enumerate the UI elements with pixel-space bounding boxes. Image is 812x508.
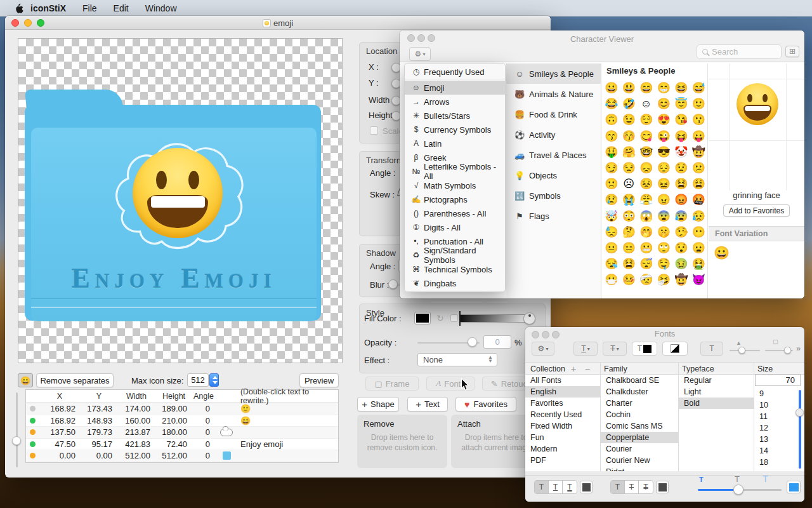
menu-item[interactable]: ✍ Pictographs: [405, 192, 505, 206]
col-angle[interactable]: Angle: [192, 390, 215, 403]
strikethrough-segment[interactable]: T T T: [610, 480, 653, 494]
emoji-grid-cell[interactable]: 🙃: [603, 112, 620, 128]
shadow-toggle-button[interactable]: T: [700, 342, 723, 356]
size-item[interactable]: 9: [754, 388, 796, 399]
family-item[interactable]: Cochin: [601, 409, 678, 420]
table-row[interactable]: 0.00 0.00 512.00 512.00 0: [26, 450, 338, 462]
double-underline-icon[interactable]: T: [563, 481, 577, 493]
emoji-grid-cell[interactable]: 😥: [690, 208, 708, 224]
col-width[interactable]: Width: [117, 390, 155, 403]
emoji-grid-cell[interactable]: 😤: [638, 192, 655, 208]
collection-item[interactable]: Modern: [525, 443, 600, 455]
emoji-grid-cell[interactable]: 🤯: [603, 208, 620, 224]
opacity-knob[interactable]: [468, 337, 477, 347]
emoji-grid-cell[interactable]: 🤢: [672, 256, 690, 272]
emoji-grid-cell[interactable]: 😐: [603, 240, 620, 256]
favorites-button[interactable]: ♥Favorites: [455, 397, 516, 411]
emoji-grid-cell[interactable]: 😆: [672, 80, 690, 96]
emoji-grid-cell[interactable]: 😛: [690, 128, 708, 144]
row-content[interactable]: [238, 450, 338, 462]
category-item[interactable]: 🔣 Symbols: [506, 185, 601, 206]
row-content[interactable]: 😄: [238, 415, 338, 427]
emoji-grid-cell[interactable]: 🤑: [603, 144, 620, 160]
emoji-grid-cell[interactable]: 😶: [690, 224, 708, 240]
collection-item[interactable]: Fixed Width: [525, 420, 600, 432]
menu-item[interactable]: ✳ Bullets/Stars: [405, 109, 505, 123]
emoji-grid-cell[interactable]: 😁: [655, 80, 673, 96]
emoji-grid-cell[interactable]: 😈: [690, 272, 708, 288]
emoji-grid-cell[interactable]: 😦: [690, 240, 708, 256]
emoji-grid-cell[interactable]: 😃: [620, 80, 638, 96]
emoji-grid-cell[interactable]: 🙁: [603, 176, 620, 192]
gear-menu-button[interactable]: ⚙ ▾: [409, 47, 431, 61]
emoji-grid-cell[interactable]: 😀: [603, 80, 620, 96]
menu-item[interactable]: ☺ Emoji: [405, 81, 505, 95]
emoji-grid-cell[interactable]: 😩: [690, 176, 708, 192]
emoji-grid-cell[interactable]: 😋: [638, 128, 655, 144]
size-item[interactable]: 18: [754, 457, 796, 468]
size-header[interactable]: Size: [757, 364, 773, 373]
menu-item[interactable]: ♻ Sign/Standard Symbols: [405, 248, 505, 262]
emoji-grid-cell[interactable]: 😂: [603, 96, 620, 112]
emoji-grid-cell[interactable]: 😡: [672, 192, 690, 208]
family-item[interactable]: Chalkboard SE: [601, 375, 678, 386]
emoji-grid-cell[interactable]: 🤗: [620, 144, 638, 160]
character-viewer-titlebar[interactable]: Character Viewer ⚙ ▾ Search ⊞: [400, 30, 804, 62]
emoji-grid-cell[interactable]: 🤠: [690, 144, 708, 160]
menu-item[interactable]: A Latin: [405, 137, 505, 150]
emoji-grid-cell[interactable]: 😉: [620, 112, 638, 128]
single-underline-icon[interactable]: T: [549, 481, 563, 493]
canvas-zoom-slider[interactable]: [16, 392, 18, 467]
family-item[interactable]: Comic Sans MS: [601, 420, 678, 432]
collection-item[interactable]: Recently Used: [525, 409, 600, 420]
emoji-grid-cell[interactable]: 😫: [672, 176, 690, 192]
menu-item[interactable]: № Letterlike Symbols - All: [405, 164, 505, 178]
category-item[interactable]: ⚑ Flags: [506, 206, 601, 226]
typeface-header[interactable]: Typeface: [682, 364, 714, 373]
menu-item[interactable]: () Parentheses - All: [405, 206, 505, 220]
emoji-grid-cell[interactable]: 🤠: [672, 272, 690, 288]
remove-drop-zone[interactable]: Remove Drop items here to remove custom …: [357, 415, 447, 468]
emoji-grid-cell[interactable]: 😠: [655, 192, 673, 208]
table-row[interactable]: 168.92 148.93 160.00 210.00 0 😄: [26, 415, 338, 427]
emoji-grid-cell[interactable]: 😫: [620, 256, 638, 272]
row-content[interactable]: [238, 427, 338, 438]
text-color-button[interactable]: T: [632, 342, 657, 356]
menu-item[interactable]: → Arrows: [405, 95, 505, 109]
emoji-well-button[interactable]: 😀: [18, 373, 33, 387]
max-icon-size-stepper[interactable]: [209, 373, 219, 387]
typeface-item[interactable]: Bold: [679, 398, 754, 409]
emoji-grid-cell[interactable]: 🤣: [620, 96, 638, 112]
category-item[interactable]: ⚽ Activity: [506, 124, 601, 145]
emoji-grid-cell[interactable]: 😞: [638, 160, 655, 176]
emoji-grid-cell[interactable]: 😏: [603, 160, 620, 176]
col-x[interactable]: X: [39, 390, 81, 403]
size-scrollbar[interactable]: [799, 390, 801, 469]
size-item[interactable]: 14: [754, 445, 796, 457]
emoji-grid-cell[interactable]: 🤡: [672, 144, 690, 160]
folder-caption[interactable]: Enjoy Emoji: [31, 262, 317, 295]
row-content[interactable]: Enjoy emoji: [238, 439, 338, 450]
menu-item[interactable]: ❦ Dingbats: [405, 276, 505, 290]
emoji-grid-cell[interactable]: 🙄: [655, 240, 673, 256]
emoji-grid-cell[interactable]: 🤓: [638, 144, 655, 160]
collection-item[interactable]: PDF: [525, 455, 600, 466]
document-color-button[interactable]: [662, 342, 688, 356]
family-item[interactable]: Chalkduster: [601, 386, 678, 398]
emoji-grid-cell[interactable]: 😪: [603, 256, 620, 272]
search-input[interactable]: Search: [697, 44, 782, 59]
preview-button[interactable]: Preview: [299, 373, 339, 387]
gradient-bar[interactable]: [459, 314, 528, 323]
strikethrough-style-button[interactable]: T ▾: [603, 342, 627, 356]
canvas-zoom-slider-knob[interactable]: [12, 436, 21, 445]
shadow-opacity-knob[interactable]: [738, 347, 745, 354]
emoji-grid-cell[interactable]: 😓: [603, 224, 620, 240]
emoji-grid-cell[interactable]: 😑: [620, 240, 638, 256]
size-field[interactable]: 70: [755, 374, 801, 386]
size-scrollbar-knob[interactable]: [796, 408, 804, 417]
menu-item[interactable]: $ Currency Symbols: [405, 123, 505, 137]
toolbar-overflow-icon[interactable]: »: [796, 344, 801, 353]
emoji-grid-cell[interactable]: 😌: [638, 112, 655, 128]
collection-header[interactable]: Collection: [530, 364, 565, 373]
menu-item[interactable]: ◷ Frequently Used: [405, 65, 505, 79]
